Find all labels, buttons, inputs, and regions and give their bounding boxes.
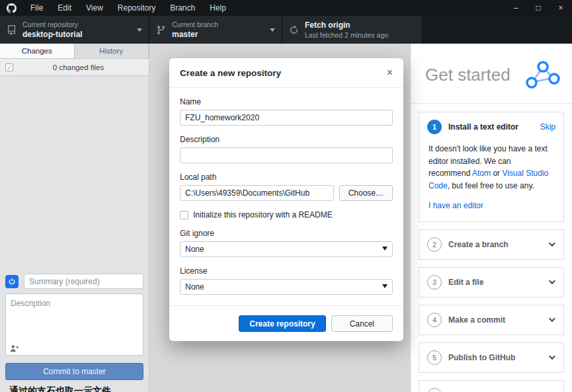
local-path-label: Local path <box>180 173 393 182</box>
chevron-down-icon <box>549 354 555 360</box>
chevron-down-icon <box>549 241 555 247</box>
sidebar-bottom-text: 通过的支石也取一示文件 <box>0 385 149 392</box>
fetch-origin-button[interactable]: Fetch origin Last fetched 2 minutes ago <box>282 16 423 44</box>
chevron-down-icon <box>549 278 555 285</box>
menu-help[interactable]: Help <box>202 0 233 16</box>
tab-history[interactable]: History <box>75 44 149 58</box>
power-identicon-icon <box>8 278 16 286</box>
commit-area: Commit to master <box>0 268 149 385</box>
git-ignore-select[interactable]: None <box>180 241 393 257</box>
current-branch-label: Current branch <box>172 20 218 28</box>
dialog-footer: Create repository Cancel <box>169 305 403 341</box>
dialog-header: Create a new repository × <box>169 58 403 88</box>
repo-icon <box>7 25 17 35</box>
step-edit-a-file[interactable]: 3 Edit a file <box>419 267 564 297</box>
license-select[interactable]: None <box>180 279 393 295</box>
menu-edit[interactable]: Edit <box>50 0 79 16</box>
avatar <box>5 275 19 288</box>
step-body-text: or <box>491 169 502 178</box>
step-title: Create a branch <box>448 240 509 249</box>
git-branch-icon <box>156 25 166 35</box>
minimize-button[interactable]: – <box>505 0 527 16</box>
toolbar: Current repository desktop-tutorial Curr… <box>0 16 572 44</box>
window-controls: – □ × <box>505 0 572 16</box>
changes-sidebar: Changes History ✓ 0 changed files Commit… <box>0 44 149 392</box>
repository-name-input[interactable] <box>180 110 393 126</box>
chevron-down-icon <box>549 316 555 323</box>
dropdown-arrow-icon <box>382 247 388 251</box>
close-dialog-icon[interactable]: × <box>387 67 393 78</box>
step-number-badge: 5 <box>427 350 442 365</box>
description-label: Description <box>180 135 393 144</box>
get-started-panel: Get started 1 Install a text editor Skip… <box>410 44 572 392</box>
menu-branch[interactable]: Branch <box>163 0 202 16</box>
github-desktop-window: File Edit View Repository Branch Help – … <box>0 0 572 392</box>
git-ignore-selected-value: None <box>180 241 393 257</box>
atom-link[interactable]: Atom <box>472 169 491 178</box>
skip-link[interactable]: Skip <box>540 122 555 132</box>
i-have-an-editor-link[interactable]: I have an editor <box>429 201 483 210</box>
step-install-text-editor: 1 Install a text editor Skip It doesn't … <box>419 112 564 222</box>
current-branch-value: master <box>172 30 218 39</box>
commit-to-master-button[interactable]: Commit to master <box>5 363 143 380</box>
step-number-badge: 4 <box>427 313 442 327</box>
titlebar: File Edit View Repository Branch Help – … <box>0 0 572 16</box>
fetch-origin-subtitle: Last fetched 2 minutes ago <box>305 31 388 39</box>
step-publish-to-github[interactable]: 5 Publish to GitHub <box>419 342 564 373</box>
step-title: Edit a file <box>448 278 483 287</box>
step-number-badge: 2 <box>427 237 442 252</box>
sidebar-tabs: Changes History <box>0 44 149 59</box>
step-create-a-branch[interactable]: 2 Create a branch <box>419 229 564 260</box>
step-number-badge: 3 <box>427 275 442 290</box>
current-repository-label: Current repository <box>22 20 83 28</box>
step-make-a-commit[interactable]: 4 Make a commit <box>419 305 564 335</box>
close-window-button[interactable]: × <box>550 0 572 16</box>
menu-file[interactable]: File <box>23 0 50 16</box>
current-branch-button[interactable]: Current branch master <box>149 16 282 44</box>
license-label: License <box>180 266 393 276</box>
step-title: Publish to GitHub <box>448 353 515 362</box>
github-logo-icon <box>7 3 17 13</box>
cancel-button[interactable]: Cancel <box>331 315 393 332</box>
sync-icon <box>289 25 299 35</box>
chevron-down-icon <box>137 28 142 32</box>
dialog-title: Create a new repository <box>180 68 281 78</box>
changed-files-header: ✓ 0 changed files <box>0 59 149 76</box>
step-title: Make a commit <box>448 315 505 325</box>
repository-description-input[interactable] <box>180 147 393 163</box>
current-repository-button[interactable]: Current repository desktop-tutorial <box>0 16 149 44</box>
get-started-title: Get started <box>425 65 511 85</box>
tab-changes[interactable]: Changes <box>0 44 75 58</box>
readme-checkbox[interactable] <box>180 211 188 219</box>
step-body-text: , but feel free to use any. <box>448 181 534 190</box>
step-open-a-pull-request[interactable]: 6 Open a pull request <box>419 380 564 392</box>
current-repository-value: desktop-tutorial <box>22 30 83 39</box>
git-ignore-label: Git ignore <box>180 229 393 238</box>
dropdown-arrow-icon <box>382 284 388 288</box>
add-coauthor-icon[interactable] <box>10 344 19 352</box>
step-body: It doesn't look like you have a text edi… <box>419 141 563 221</box>
step-number-badge: 1 <box>427 120 442 134</box>
step-title: Install a text editor <box>448 122 518 132</box>
name-label: Name <box>180 97 393 106</box>
get-started-header: Get started <box>411 44 572 104</box>
select-all-checkbox[interactable]: ✓ <box>5 63 13 71</box>
file-list <box>0 76 149 268</box>
dialog-body: Name Description Local path Choose… Init… <box>169 88 403 305</box>
chevron-down-icon <box>270 28 275 32</box>
license-selected-value: None <box>180 279 393 295</box>
create-repository-button[interactable]: Create repository <box>239 315 325 332</box>
get-started-steps: 1 Install a text editor Skip It doesn't … <box>411 104 572 392</box>
fetch-origin-title: Fetch origin <box>305 20 388 30</box>
flow-graph-icon <box>523 59 560 90</box>
create-repository-dialog: Create a new repository × Name Descripti… <box>169 58 403 341</box>
menu-view[interactable]: View <box>79 0 110 16</box>
description-input[interactable] <box>5 294 143 356</box>
choose-path-button[interactable]: Choose… <box>339 185 393 201</box>
menu-repository[interactable]: Repository <box>110 0 163 16</box>
local-path-input[interactable] <box>180 185 334 201</box>
maximize-button[interactable]: □ <box>527 0 550 16</box>
readme-checkbox-label: Initialize this repository with a README <box>193 210 333 219</box>
summary-input[interactable] <box>24 274 143 289</box>
changed-files-count: 0 changed files <box>13 63 143 71</box>
